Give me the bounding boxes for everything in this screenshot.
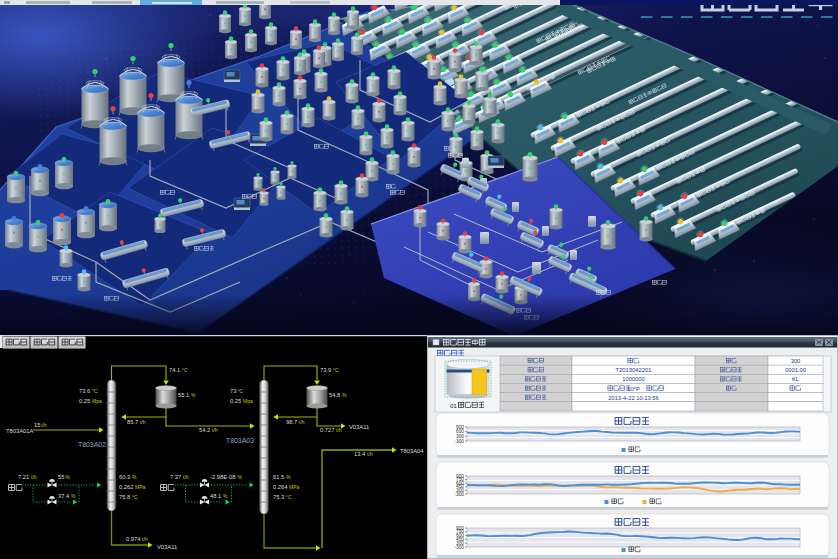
svg-text:300: 300 [791, 358, 801, 364]
svg-text:MPa: MPa [135, 484, 146, 490]
svg-text:T803A02: T803A02 [78, 441, 106, 448]
svg-text:01: 01 [450, 402, 457, 409]
svg-text:-300: -300 [454, 545, 464, 550]
svg-text:0.25: 0.25 [79, 398, 90, 404]
svg-text:°C: °C [92, 388, 98, 394]
svg-text:0001.00: 0001.00 [785, 367, 806, 373]
svg-text:T803A03: T803A03 [226, 437, 254, 444]
svg-text:1000000: 1000000 [622, 376, 645, 382]
svg-text:61.5: 61.5 [273, 474, 284, 480]
svg-text:t/h: t/h [299, 419, 305, 425]
svg-text:%: % [238, 474, 243, 480]
svg-text:13.4: 13.4 [354, 451, 366, 457]
svg-text:73.6: 73.6 [79, 388, 90, 394]
svg-text:74.1: 74.1 [169, 367, 180, 373]
svg-text:2013-4-22 10:13:56: 2013-4-22 10:13:56 [608, 395, 659, 401]
svg-text:%: % [71, 493, 76, 499]
svg-text:MPa: MPa [289, 484, 300, 490]
svg-text:KL: KL [792, 376, 800, 382]
svg-text:t/h: t/h [142, 536, 148, 542]
svg-text:-300: -300 [454, 492, 464, 497]
svg-text:75.8: 75.8 [119, 494, 130, 500]
svg-text:54.8: 54.8 [329, 392, 340, 398]
svg-text:37.4: 37.4 [58, 493, 70, 499]
svg-text:t/h: t/h [212, 427, 218, 433]
svg-text:-300: -300 [454, 439, 464, 444]
svg-text:15: 15 [34, 422, 40, 428]
svg-text:T803A04: T803A04 [400, 448, 424, 454]
svg-text:0.974: 0.974 [126, 536, 141, 542]
svg-text:%: % [191, 392, 196, 398]
svg-text:73.9: 73.9 [320, 367, 331, 373]
svg-text:T2013042201: T2013042201 [616, 367, 652, 373]
svg-text:60.3: 60.3 [119, 474, 130, 480]
svg-text:t/h: t/h [183, 474, 189, 480]
svg-text:°C: °C [132, 494, 138, 500]
svg-text:T803A01A: T803A01A [6, 428, 34, 434]
svg-text:t/h: t/h [41, 422, 47, 428]
svg-text:0.262: 0.262 [119, 484, 134, 490]
svg-text:54.2: 54.2 [199, 427, 210, 433]
svg-text:0.727: 0.727 [320, 427, 335, 433]
svg-text:t/h: t/h [367, 451, 373, 457]
svg-text:%: % [132, 474, 137, 480]
svg-text:V03A11: V03A11 [349, 424, 369, 430]
svg-text:t/h: t/h [31, 474, 37, 480]
svg-text:°C: °C [286, 494, 292, 500]
svg-text:°C: °C [333, 367, 339, 373]
svg-text:V03A11: V03A11 [157, 544, 177, 550]
svg-text:-2.98E-08: -2.98E-08 [210, 474, 235, 480]
svg-text:°C: °C [237, 388, 243, 394]
svg-text:0.264: 0.264 [273, 484, 288, 490]
svg-text:Mpa: Mpa [243, 398, 253, 404]
svg-text:75.3: 75.3 [273, 494, 284, 500]
svg-text:55.1: 55.1 [178, 392, 189, 398]
svg-text:t/h: t/h [336, 427, 342, 433]
svg-text:73: 73 [230, 388, 236, 394]
svg-text:%: % [342, 392, 347, 398]
svg-text:%: % [223, 493, 228, 499]
svg-text:%: % [286, 474, 291, 480]
svg-text:98.7: 98.7 [286, 419, 297, 425]
svg-text:%: % [65, 474, 70, 480]
svg-text:0.25: 0.25 [230, 398, 241, 404]
svg-text:Mpa: Mpa [92, 398, 102, 404]
svg-text:t/h: t/h [140, 419, 146, 425]
svg-text:7.21: 7.21 [18, 474, 29, 480]
svg-text:48.1: 48.1 [210, 493, 221, 499]
svg-text:7.37: 7.37 [170, 474, 181, 480]
svg-text:°C: °C [182, 367, 188, 373]
svg-text:10°P: 10°P [627, 386, 640, 392]
svg-text:85.7: 85.7 [127, 419, 138, 425]
svg-text:55: 55 [58, 474, 64, 480]
